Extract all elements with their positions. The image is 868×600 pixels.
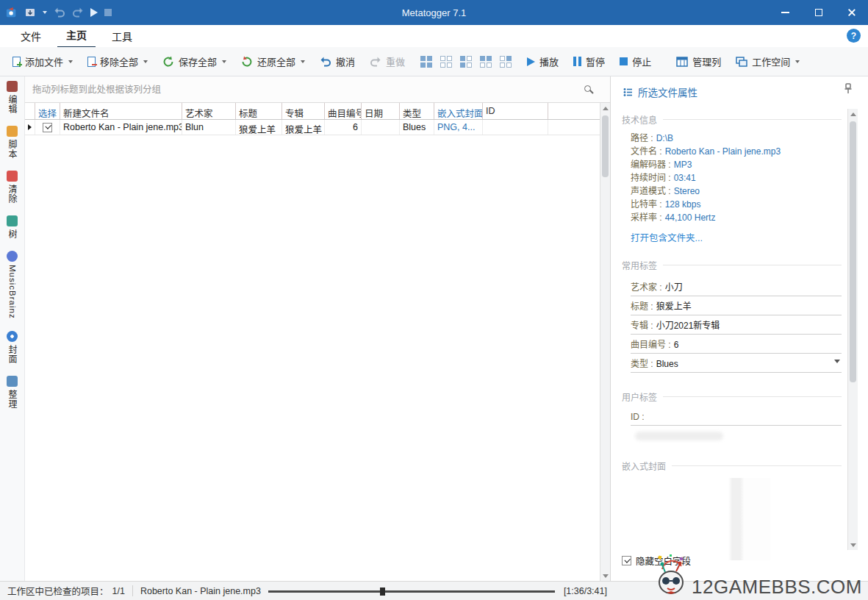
seek-thumb[interactable] xyxy=(380,588,385,596)
filename-cell[interactable]: Roberto Kan - Plain jene.mp3 xyxy=(60,120,182,135)
sidebar-item-script[interactable]: 脚本 xyxy=(6,126,18,159)
sidebar-item-musicbrainz[interactable]: MusicBrainz xyxy=(7,251,18,319)
title-field[interactable]: 标题 :狼爱上羊 xyxy=(631,296,842,315)
tab-home[interactable]: 主页 xyxy=(57,24,96,49)
chevron-down-icon[interactable] xyxy=(43,11,47,14)
scroll-thumb[interactable] xyxy=(602,115,609,177)
scroll-down-icon[interactable] xyxy=(600,571,611,581)
scroll-up-icon[interactable] xyxy=(848,109,858,119)
view-mode-4-icon[interactable] xyxy=(480,56,492,68)
remove-file-icon xyxy=(87,57,96,67)
menu-bar: 文件 主页 工具 ? xyxy=(0,25,868,47)
workspace-label: 工作空间 xyxy=(752,54,790,68)
artist-cell[interactable]: Blun xyxy=(182,120,236,135)
column-header-artist[interactable]: 艺术家 xyxy=(182,103,236,119)
sidebar-item-label: 清除 xyxy=(6,185,18,204)
search-icon[interactable] xyxy=(584,85,591,92)
pause-button[interactable]: 暂停 xyxy=(568,51,610,72)
chevron-down-icon[interactable] xyxy=(795,60,800,63)
album-field[interactable]: 专辑 :小刀2021新专辑 xyxy=(631,315,842,335)
view-mode-5-icon[interactable] xyxy=(500,56,512,68)
column-header-date[interactable]: 日期 xyxy=(362,103,400,119)
chevron-down-icon[interactable] xyxy=(301,60,305,63)
sidebar-item-organize[interactable]: 整理 xyxy=(6,376,18,409)
scroll-up-icon[interactable] xyxy=(600,103,611,113)
id-field[interactable]: ID : xyxy=(631,409,842,426)
title-cell[interactable]: 狼爱上羊 xyxy=(236,120,282,135)
column-header-filename[interactable]: 新建文件名 xyxy=(60,103,182,119)
view-mode-2-icon[interactable] xyxy=(440,56,452,68)
undo-icon xyxy=(320,56,331,68)
track-cell[interactable]: 6 xyxy=(325,120,362,135)
seek-track[interactable] xyxy=(268,590,555,593)
chevron-down-icon[interactable] xyxy=(143,60,148,63)
view-mode-3-icon[interactable] xyxy=(460,56,472,68)
undo-icon[interactable] xyxy=(54,7,65,18)
album-cell[interactable]: 狼爱上羊 xyxy=(282,120,325,135)
stop-icon[interactable] xyxy=(104,9,112,16)
minimize-button[interactable] xyxy=(769,0,802,25)
sidebar-item-edit[interactable]: 编辑 xyxy=(6,81,18,114)
tab-file[interactable]: 文件 xyxy=(12,25,50,48)
row-indicator-cell xyxy=(25,120,35,135)
column-header-genre[interactable]: 类型 xyxy=(400,103,434,119)
close-button[interactable] xyxy=(835,0,868,25)
column-header-select[interactable]: 选择 xyxy=(35,103,60,119)
redo-button[interactable]: 重做 xyxy=(365,51,410,72)
section-common-tags: 常用标签 xyxy=(622,259,842,271)
track-field[interactable]: 曲目编号 :6 xyxy=(631,335,842,354)
column-header-track[interactable]: 曲目编号 xyxy=(325,103,362,119)
window-controls xyxy=(769,0,868,25)
tree-icon xyxy=(7,215,18,226)
save-all-button[interactable]: 保存全部 xyxy=(157,51,232,72)
select-cell[interactable] xyxy=(35,120,60,135)
sidebar-item-tree[interactable]: 树 xyxy=(6,215,18,239)
maximize-button[interactable] xyxy=(802,0,835,25)
date-cell[interactable] xyxy=(362,120,400,135)
undo-button[interactable]: 撤消 xyxy=(315,51,360,72)
genre-cell[interactable]: Blues xyxy=(400,120,434,135)
edit-icon xyxy=(7,81,18,92)
restore-all-button[interactable]: 还原全部 xyxy=(236,51,310,72)
chevron-down-icon[interactable] xyxy=(834,360,840,363)
sidebar-item-cover[interactable]: 封面 xyxy=(6,331,18,364)
remove-all-button[interactable]: 移除全部 xyxy=(82,51,153,72)
seek-bar[interactable] xyxy=(268,587,555,596)
table-row[interactable]: Roberto Kan - Plain jene.mp3 Blun 狼爱上羊 狼… xyxy=(25,120,610,135)
redo-icon[interactable] xyxy=(72,7,84,18)
checkbox-icon[interactable] xyxy=(622,556,631,565)
play-icon[interactable] xyxy=(90,8,98,17)
app-logo-icon[interactable] xyxy=(6,7,18,18)
manage-columns-button[interactable]: 管理列 xyxy=(671,51,726,72)
help-button[interactable]: ? xyxy=(847,29,861,43)
group-by-drop-zone[interactable]: 拖动列标题到此处根据该列分组 xyxy=(25,76,610,103)
row-checkbox[interactable] xyxy=(43,123,52,132)
column-header-album[interactable]: 专辑 xyxy=(282,103,325,119)
divider xyxy=(132,585,133,596)
stop-button[interactable]: 停止 xyxy=(614,51,656,72)
genre-combo[interactable]: 类型 :Blues xyxy=(631,354,842,373)
open-folder-link[interactable]: 打开包含文件夹... xyxy=(631,230,842,244)
id-cell[interactable] xyxy=(483,120,548,135)
table-scrollbar[interactable] xyxy=(600,103,610,581)
panel-scrollbar[interactable] xyxy=(847,109,858,550)
import-icon[interactable] xyxy=(24,7,36,18)
tab-tools[interactable]: 工具 xyxy=(103,25,141,48)
scroll-down-icon[interactable] xyxy=(848,540,858,550)
scroll-thumb[interactable] xyxy=(850,121,856,382)
play-button[interactable]: 播放 xyxy=(522,51,564,72)
pin-icon[interactable] xyxy=(844,83,852,97)
add-files-button[interactable]: 添加文件 xyxy=(7,51,78,72)
view-mode-1-icon[interactable] xyxy=(420,56,432,68)
artist-field[interactable]: 艺术家 :小刀 xyxy=(631,277,842,296)
column-header-id[interactable]: ID xyxy=(483,103,548,119)
cover-cell[interactable]: PNG, 4... xyxy=(434,120,483,135)
sidebar-item-clean[interactable]: 清除 xyxy=(6,171,18,204)
group-by-hint: 拖动列标题到此处根据该列分组 xyxy=(32,85,161,95)
column-header-cover[interactable]: 嵌入式封面 xyxy=(434,103,483,119)
chevron-down-icon[interactable] xyxy=(222,60,226,63)
column-header-title[interactable]: 标题 xyxy=(236,103,282,119)
workspace-button[interactable]: 工作空间 xyxy=(731,51,805,72)
chevron-down-icon[interactable] xyxy=(68,60,73,63)
sidebar-item-label: 整理 xyxy=(6,390,18,409)
